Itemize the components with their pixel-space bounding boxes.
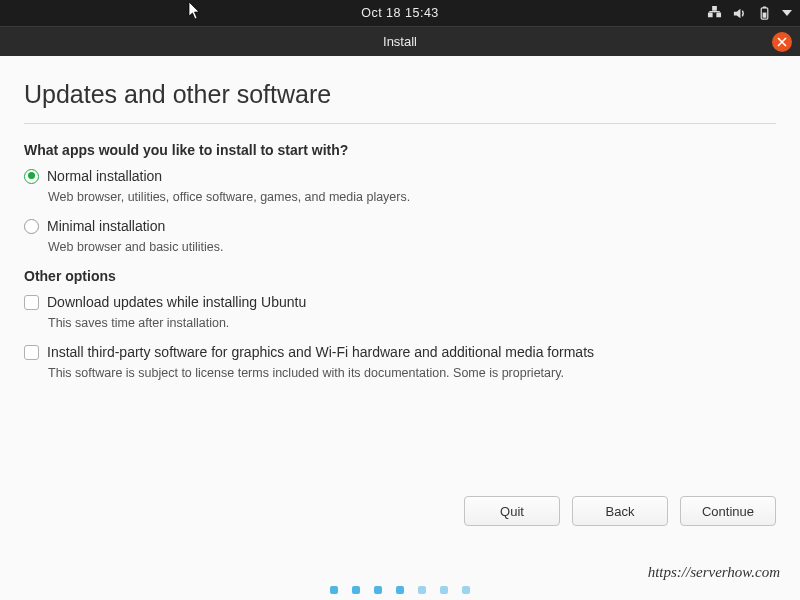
nav-buttons: Quit Back Continue <box>464 496 776 526</box>
desc-download-updates: This saves time after installation. <box>48 316 776 330</box>
divider <box>24 123 776 124</box>
progress-dot <box>352 586 360 594</box>
close-button[interactable] <box>772 32 792 52</box>
other-options-heading: Other options <box>24 268 776 284</box>
page-title: Updates and other software <box>24 80 776 109</box>
option-normal-install[interactable]: Normal installation Web browser, utiliti… <box>24 168 776 204</box>
continue-button[interactable]: Continue <box>680 496 776 526</box>
checkbox-download-updates[interactable] <box>24 295 39 310</box>
option-minimal-install[interactable]: Minimal installation Web browser and bas… <box>24 218 776 254</box>
desc-normal: Web browser, utilities, office software,… <box>48 190 776 204</box>
svg-rect-4 <box>763 6 766 8</box>
window-titlebar: Install <box>0 26 800 56</box>
cursor-icon <box>188 2 202 20</box>
label-minimal: Minimal installation <box>47 218 165 234</box>
installer-page: Updates and other software What apps wou… <box>0 56 800 600</box>
option-third-party[interactable]: Install third-party software for graphic… <box>24 344 776 380</box>
svg-rect-1 <box>716 12 721 17</box>
progress-dot <box>462 586 470 594</box>
label-normal: Normal installation <box>47 168 162 184</box>
svg-rect-0 <box>708 12 713 17</box>
battery-icon[interactable] <box>757 6 772 21</box>
radio-minimal[interactable] <box>24 219 39 234</box>
label-download-updates: Download updates while installing Ubuntu <box>47 294 306 310</box>
close-icon <box>777 37 787 47</box>
chevron-down-icon[interactable] <box>782 10 792 16</box>
radio-normal[interactable] <box>24 169 39 184</box>
desc-third-party: This software is subject to license term… <box>48 366 776 380</box>
system-tray[interactable] <box>707 0 792 26</box>
network-icon[interactable] <box>707 6 722 21</box>
window-title: Install <box>383 34 417 49</box>
back-button[interactable]: Back <box>572 496 668 526</box>
gnome-top-panel: Oct 18 15:43 <box>0 0 800 26</box>
desc-minimal: Web browser and basic utilities. <box>48 240 776 254</box>
label-third-party: Install third-party software for graphic… <box>47 344 594 360</box>
progress-dot <box>418 586 426 594</box>
checkbox-third-party[interactable] <box>24 345 39 360</box>
svg-rect-5 <box>763 12 767 17</box>
progress-dots <box>330 586 470 594</box>
watermark-text: https://serverhow.com <box>648 564 780 581</box>
progress-dot <box>440 586 448 594</box>
clock-text: Oct 18 15:43 <box>361 6 439 20</box>
progress-dot <box>374 586 382 594</box>
svg-rect-2 <box>712 6 717 11</box>
progress-dot <box>396 586 404 594</box>
quit-button[interactable]: Quit <box>464 496 560 526</box>
apps-question: What apps would you like to install to s… <box>24 142 776 158</box>
volume-icon[interactable] <box>732 6 747 21</box>
progress-dot <box>330 586 338 594</box>
option-download-updates[interactable]: Download updates while installing Ubuntu… <box>24 294 776 330</box>
